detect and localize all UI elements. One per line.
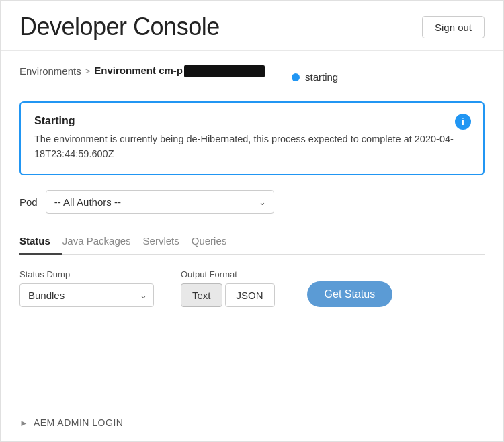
- format-buttons: Text JSON: [181, 283, 275, 307]
- alert-title: Starting: [34, 115, 470, 127]
- status-dump-select-wrapper: Bundles Components Services Configuratio…: [19, 283, 154, 307]
- aem-chevron-icon: ►: [19, 418, 28, 428]
- status-dot: [292, 73, 300, 81]
- tab-servlets[interactable]: Servlets: [143, 228, 192, 255]
- aem-admin-section[interactable]: ► AEM ADMIN LOGIN: [19, 417, 123, 428]
- format-json-button[interactable]: JSON: [225, 283, 275, 307]
- output-format-label: Output Format: [181, 269, 275, 279]
- format-text-button[interactable]: Text: [181, 283, 222, 307]
- pod-label: Pod: [19, 196, 38, 208]
- tabs-row: Status Java Packages Servlets Queries: [19, 228, 485, 255]
- pod-select-wrapper: -- All Authors -- Author 1 Author 2 ⌄: [46, 190, 274, 214]
- alert-box: Starting The environment is currently be…: [19, 101, 485, 175]
- tab-java-packages[interactable]: Java Packages: [62, 228, 143, 255]
- pod-select[interactable]: -- All Authors -- Author 1 Author 2: [46, 190, 274, 214]
- breadcrumb: Environments > Environment cm-p: [19, 64, 265, 77]
- info-icon[interactable]: i: [455, 114, 471, 130]
- form-section: Status Dump Bundles Components Services …: [19, 269, 485, 307]
- breadcrumb-environments[interactable]: Environments: [19, 65, 81, 77]
- tab-status[interactable]: Status: [19, 228, 62, 255]
- status-dump-group: Status Dump Bundles Components Services …: [19, 269, 154, 307]
- status-dump-select[interactable]: Bundles Components Services Configuratio…: [19, 283, 154, 307]
- output-format-group: Output Format Text JSON: [181, 269, 275, 307]
- aem-admin-label: AEM ADMIN LOGIN: [34, 417, 124, 428]
- breadcrumb-current: Environment cm-p: [94, 64, 265, 77]
- alert-body: The environment is currently being de-Hi…: [34, 132, 470, 162]
- page-container: Developer Console Sign out Environments …: [0, 0, 504, 442]
- get-status-button[interactable]: Get Status: [307, 281, 393, 307]
- header: Developer Console Sign out: [1, 1, 503, 51]
- breadcrumb-redacted: [184, 65, 265, 77]
- sign-out-button[interactable]: Sign out: [422, 16, 485, 38]
- status-dump-label: Status Dump: [19, 269, 154, 279]
- status-label: starting: [305, 71, 338, 83]
- pod-row: Pod -- All Authors -- Author 1 Author 2 …: [19, 190, 485, 214]
- app-title: Developer Console: [19, 13, 220, 41]
- status-indicator: starting: [292, 71, 338, 83]
- breadcrumb-row: Environments > Environment cm-p starting: [19, 64, 485, 89]
- main-content: Environments > Environment cm-p starting…: [1, 51, 503, 320]
- breadcrumb-separator: >: [85, 66, 91, 76]
- tab-queries[interactable]: Queries: [192, 228, 239, 255]
